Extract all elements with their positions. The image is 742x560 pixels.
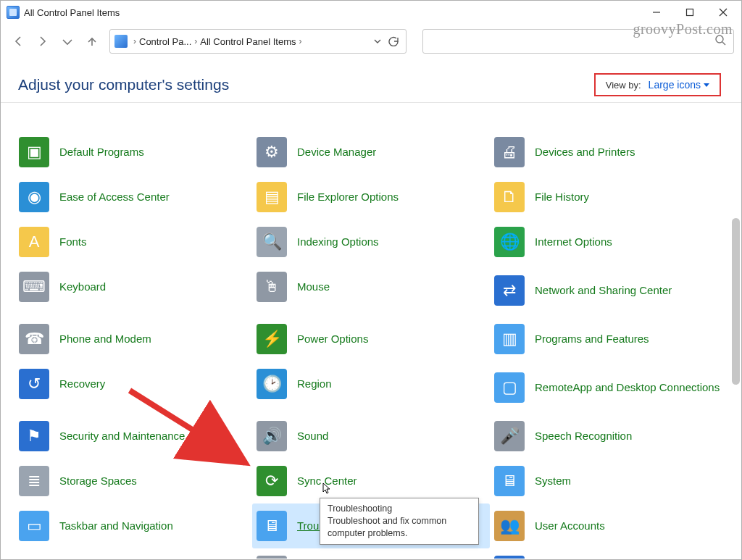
item-label: Device Manager xyxy=(297,146,376,159)
control-panel-item[interactable]: 🔍Indexing Options xyxy=(252,220,490,264)
control-panel-item[interactable]: ⚙Device Manager xyxy=(252,130,490,175)
address-bar[interactable]: › Control Pa... › All Control Panel Item… xyxy=(109,29,407,54)
control-panel-item[interactable]: ⚑Security and Maintenance xyxy=(14,414,252,459)
control-panel-item[interactable]: ◉Ease of Access Center xyxy=(14,175,252,220)
svg-line-6 xyxy=(722,42,725,45)
maximize-button[interactable] xyxy=(673,1,706,24)
viewby-highlight: View by: Large icons xyxy=(594,73,721,96)
users-icon: 👥 xyxy=(494,511,525,541)
control-panel-item[interactable]: 🔊Sound xyxy=(252,414,490,459)
scrollbar[interactable] xyxy=(730,218,741,538)
ease-of-access-icon: ◉ xyxy=(19,182,49,212)
viewby-label: View by: xyxy=(606,80,641,91)
address-dropdown-button[interactable] xyxy=(370,37,385,46)
close-button[interactable] xyxy=(706,1,740,24)
forward-button[interactable] xyxy=(33,31,53,51)
minimize-button[interactable] xyxy=(640,1,673,24)
item-label: Ease of Access Center xyxy=(59,191,170,204)
recovery-icon: ↺ xyxy=(19,369,49,399)
file-explorer-icon: ▤ xyxy=(257,182,287,212)
item-label: File Explorer Options xyxy=(297,191,399,204)
item-label: Recovery xyxy=(59,377,105,390)
control-panel-item[interactable]: 🖱Mouse xyxy=(252,264,490,309)
item-label: Taskbar and Navigation xyxy=(59,519,173,532)
control-panel-item[interactable]: ⚡Power Options xyxy=(252,317,490,362)
scrollbar-thumb[interactable] xyxy=(732,218,740,385)
control-panel-item[interactable]: 👥User Accounts xyxy=(490,503,728,548)
up-button[interactable] xyxy=(82,31,102,51)
item-label: Programs and Features xyxy=(535,333,649,346)
power-icon: ⚡ xyxy=(257,324,287,354)
window-buttons xyxy=(640,1,740,24)
back-button[interactable] xyxy=(8,31,28,51)
search-box[interactable] xyxy=(422,29,734,54)
item-label: Phone and Modem xyxy=(59,333,151,346)
control-panel-item[interactable]: ▣Default Programs xyxy=(14,130,252,175)
sound-icon: 🔊 xyxy=(257,421,287,451)
control-panel-item[interactable]: 🧱Windows Defender Firewall xyxy=(14,548,252,559)
default-programs-icon: ▣ xyxy=(19,137,49,167)
chevron-icon: › xyxy=(299,36,302,46)
breadcrumb-control-panel[interactable]: Control Pa... xyxy=(139,36,191,47)
control-panel-item[interactable]: ↺Recovery xyxy=(14,362,252,406)
item-label: System xyxy=(535,475,571,488)
taskbar-icon: ▭ xyxy=(19,511,49,541)
control-panel-item[interactable]: AFonts xyxy=(14,220,252,264)
item-label: Power Options xyxy=(297,333,368,346)
fonts-icon: A xyxy=(19,227,49,257)
control-panel-item[interactable]: 🗋File History xyxy=(490,175,728,220)
titlebar: All Control Panel Items xyxy=(1,1,741,24)
refresh-button[interactable] xyxy=(385,36,401,46)
item-label: Keyboard xyxy=(59,280,106,293)
item-label: RemoteApp and Desktop Connections xyxy=(535,381,720,394)
control-panel-icon xyxy=(7,6,20,19)
control-panel-item[interactable]: 🌐Internet Options xyxy=(490,220,728,264)
item-label: Sound xyxy=(297,430,328,443)
mouse-icon: 🖱 xyxy=(257,272,287,302)
control-panel-item[interactable]: ☎Phone and Modem xyxy=(14,317,252,362)
control-panel-item[interactable]: ▭Taskbar and Navigation xyxy=(14,503,252,548)
control-panel-item[interactable]: 🖨Devices and Printers xyxy=(490,130,728,175)
control-panel-item[interactable]: ▤File Explorer Options xyxy=(252,175,490,220)
items-grid: ▣Default Programs⚙Device Manager🖨Devices… xyxy=(1,130,741,559)
control-panel-item[interactable]: ⚙Windo xyxy=(252,548,490,559)
control-panel-item[interactable]: ≣Storage Spaces xyxy=(14,459,252,503)
item-label: User Accounts xyxy=(535,519,605,532)
item-label: Security and Maintenance xyxy=(59,430,185,443)
item-label: Speech Recognition xyxy=(535,430,632,443)
breadcrumb-all-items[interactable]: All Control Panel Items xyxy=(200,36,296,47)
item-label: Devices and Printers xyxy=(535,146,635,159)
control-panel-item[interactable]: 🖥System xyxy=(490,459,728,503)
item-label: Storage Spaces xyxy=(59,475,137,488)
viewby-dropdown[interactable]: Large icons xyxy=(649,79,709,91)
window-title: All Control Panel Items xyxy=(24,7,120,18)
chevron-icon: › xyxy=(133,36,136,46)
control-panel-icon xyxy=(114,35,128,48)
control-panel-item[interactable]: 🗂Work Folders xyxy=(490,548,728,559)
nav-arrows xyxy=(8,31,102,51)
control-panel-item[interactable]: ▥Programs and Features xyxy=(490,317,728,362)
subheader: Adjust your computer's settings View by:… xyxy=(1,59,741,103)
item-label: Region xyxy=(297,377,332,390)
control-panel-item[interactable]: ⟳Sync Center xyxy=(252,459,490,503)
control-panel-item[interactable]: 🕑Region xyxy=(252,362,490,406)
control-panel-item[interactable]: ⇄Network and Sharing Center xyxy=(490,264,728,317)
control-panel-item[interactable]: ⌨Keyboard xyxy=(14,264,252,309)
indexing-icon: 🔍 xyxy=(257,227,287,257)
devices-printers-icon: 🖨 xyxy=(494,137,525,167)
control-panel-item[interactable]: 🎤Speech Recognition xyxy=(490,414,728,459)
svg-point-5 xyxy=(716,35,723,43)
storage-icon: ≣ xyxy=(19,466,49,496)
tooltip-title: Troubleshooting xyxy=(328,503,471,515)
system-icon: 🖥 xyxy=(494,466,525,496)
device-manager-icon: ⚙ xyxy=(257,137,287,167)
file-history-icon: 🗋 xyxy=(494,182,525,212)
troubleshooting-icon: 🖥 xyxy=(257,511,287,541)
control-panel-item[interactable]: ▢RemoteApp and Desktop Connections xyxy=(490,362,728,414)
content-area: ▣Default Programs⚙Device Manager🖨Devices… xyxy=(1,130,741,559)
recent-locations-button[interactable] xyxy=(57,31,78,51)
item-label: Mouse xyxy=(297,280,330,293)
security-icon: ⚑ xyxy=(19,421,49,451)
network-icon: ⇄ xyxy=(494,275,525,306)
keyboard-icon: ⌨ xyxy=(19,272,49,302)
